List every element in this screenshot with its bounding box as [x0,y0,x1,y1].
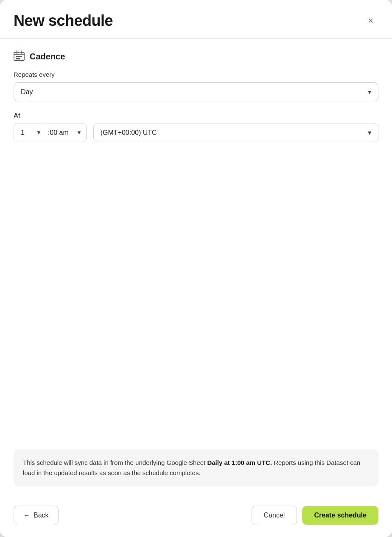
cadence-section-header: Cadence [14,50,378,62]
back-arrow-icon: ← [23,512,30,519]
calendar-icon [14,50,25,62]
ampm-chevron-icon: ▼ [72,129,86,136]
at-row: 1 2 3 4 5 6 7 8 9 10 11 12 [14,123,378,142]
timezone-select[interactable]: (GMT+00:00) UTC (GMT-05:00) Eastern (GMT… [93,123,378,142]
info-prefix: This schedule will sync data in from the… [23,459,207,466]
modal-header: New schedule × [0,0,392,39]
hour-wrapper: 1 2 3 4 5 6 7 8 9 10 11 12 [14,123,46,142]
cancel-button[interactable]: Cancel [252,506,297,525]
modal-title: New schedule [14,12,113,30]
at-label: At [14,112,378,119]
info-highlight: Daily at 1:00 am UTC. [207,459,272,466]
repeat-select-wrapper: Day Week Month ▼ [14,82,378,101]
info-box: This schedule will sync data in from the… [14,449,378,487]
ampm-wrapper: :00 am :00 pm :15 am :15 pm :30 am :30 p… [46,123,86,142]
modal-body: Cadence Repeats every Day Week Month ▼ A… [0,39,392,307]
back-label: Back [34,512,49,519]
minute-ampm-select[interactable]: :00 am :00 pm :15 am :15 pm :30 am :30 p… [46,123,72,142]
create-schedule-button[interactable]: Create schedule [302,506,378,525]
svg-rect-4 [16,56,18,57]
footer-right: Cancel Create schedule [252,506,378,525]
modal-footer: ← Back Cancel Create schedule [0,497,392,537]
time-picker-group: 1 2 3 4 5 6 7 8 9 10 11 12 [14,123,87,142]
timezone-select-wrapper: (GMT+00:00) UTC (GMT-05:00) Eastern (GMT… [93,123,378,142]
svg-rect-5 [18,56,20,57]
repeats-every-label: Repeats every [14,71,378,78]
back-button[interactable]: ← Back [14,506,59,525]
close-button[interactable]: × [363,13,378,28]
cadence-section-title: Cadence [30,52,65,62]
svg-rect-7 [16,58,18,59]
repeats-every-group: Repeats every Day Week Month ▼ [14,71,378,101]
hour-chevron-icon: ▼ [32,129,46,136]
svg-rect-8 [18,58,20,59]
footer-left: ← Back [14,506,59,525]
at-group: At 1 2 3 4 5 6 7 8 [14,112,378,142]
svg-rect-6 [20,56,22,57]
repeat-select[interactable]: Day Week Month [14,82,378,101]
new-schedule-modal: New schedule × Cadence [0,0,392,537]
hour-select[interactable]: 1 2 3 4 5 6 7 8 9 10 11 12 [14,123,32,142]
